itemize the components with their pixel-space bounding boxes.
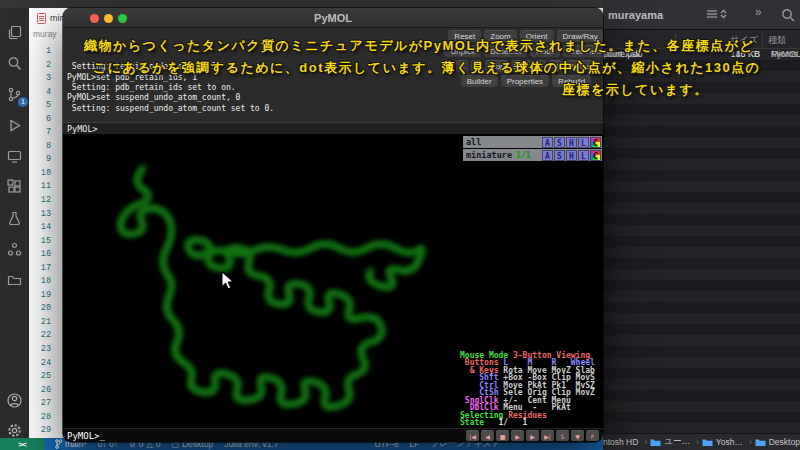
file-kind: PyMOL…	[771, 49, 800, 60]
object-action-button[interactable]: A	[542, 150, 553, 161]
movie-controls: |◀◀■▶▶▶|S▼F	[466, 430, 599, 441]
object-action-button[interactable]: H	[566, 137, 577, 148]
pymol-bottom-bar: PyMOL>_ |◀◀■▶▶▶|S▼F	[63, 428, 603, 442]
object-name: miniature	[463, 150, 512, 160]
line-number: 17	[29, 263, 55, 277]
line-number: 13	[29, 209, 55, 223]
object-actions: ASHLC	[542, 150, 602, 161]
vscode-titlebar	[0, 0, 603, 8]
folder-icon	[650, 438, 661, 447]
line-number: 3	[29, 73, 55, 87]
line-number: 8	[29, 141, 55, 155]
scm-badge: 1	[18, 97, 28, 107]
folder-icon[interactable]	[6, 272, 23, 289]
line-number: 7	[29, 127, 55, 141]
object-action-button[interactable]: C	[590, 150, 601, 161]
folder-icon	[755, 438, 766, 447]
path-separator: ›	[644, 437, 647, 447]
path-separator: ›	[749, 437, 752, 447]
line-number: 2	[29, 60, 55, 74]
remote-explorer-icon[interactable]	[6, 148, 23, 165]
movie-control-button[interactable]: ■	[496, 430, 509, 441]
finder-window-title: murayama	[608, 9, 663, 21]
list-view-icon[interactable]	[705, 7, 727, 25]
file-icon	[37, 13, 46, 24]
line-number: 28	[29, 412, 55, 426]
object-name: all	[463, 137, 481, 147]
testing-flask-icon[interactable]	[6, 210, 23, 227]
column-header-kind[interactable]: 種類	[768, 34, 786, 47]
movie-control-button[interactable]: ▶	[526, 430, 539, 441]
toolbar-more-icon[interactable]: »	[755, 5, 762, 19]
path-item-label: ユー…	[664, 436, 690, 448]
movie-control-button[interactable]: |◀	[466, 430, 479, 441]
path-item[interactable]: Desktop ›	[755, 436, 800, 448]
line-number: 21	[29, 317, 55, 331]
annotation-line-2: こにあるかを強調するために、dot表示しています。薄く見える球体の中心点が、縮小…	[93, 59, 761, 77]
movie-control-button[interactable]: ◀	[481, 430, 494, 441]
line-number: 4	[29, 87, 55, 101]
line-number: 26	[29, 385, 55, 399]
pymol-titlebar[interactable]: PyMOL	[63, 8, 603, 28]
movie-control-button[interactable]: ▶	[511, 430, 524, 441]
screen: murayama » サイズ 種類 130point.xlsx 145 KB M…	[0, 0, 800, 450]
line-number: 10	[29, 168, 55, 182]
object-action-button[interactable]: S	[554, 150, 565, 161]
folder-icon	[702, 438, 713, 447]
path-item[interactable]: Yosh… ›	[702, 436, 755, 448]
path-item[interactable]: ユー… ›	[650, 436, 702, 448]
pymol-window-title: PyMOL	[63, 12, 603, 24]
line-number: 24	[29, 358, 55, 372]
line-number: 5	[29, 100, 55, 114]
object-action-button[interactable]: C	[590, 137, 601, 148]
branch-icon	[55, 439, 62, 449]
object-action-button[interactable]: A	[542, 137, 553, 148]
mouse-cursor	[221, 271, 235, 295]
extensions-icon[interactable]	[6, 179, 23, 196]
line-number: 12	[29, 195, 55, 209]
run-debug-icon[interactable]	[6, 117, 23, 134]
object-action-button[interactable]: S	[554, 137, 565, 148]
line-number: 11	[29, 181, 55, 195]
line-number: 1	[29, 46, 55, 60]
object-action-button[interactable]: L	[578, 137, 589, 148]
settings-gear-icon[interactable]	[0, 422, 29, 439]
line-number: 22	[29, 330, 55, 344]
account-icon[interactable]	[0, 392, 29, 409]
remote-indicator[interactable]: ><	[0, 438, 44, 450]
object-action-button[interactable]: H	[566, 150, 577, 161]
line-number: 9	[29, 154, 55, 168]
mouse-panel: Mouse Mode 3-Button Viewing Buttons L M …	[460, 352, 601, 427]
log-line: Setting: pdb_retain_ids set to on.	[67, 83, 274, 93]
column-separator[interactable]	[762, 33, 763, 46]
breadcrumb[interactable]: muray	[33, 29, 57, 39]
activity-bar: 1	[0, 8, 29, 438]
object-state: 1/1	[516, 151, 530, 160]
line-number: 15	[29, 236, 55, 250]
movie-control-button[interactable]: ▶|	[541, 430, 554, 441]
movie-control-button[interactable]: F	[586, 430, 599, 441]
path-item-label: Desktop	[769, 437, 800, 447]
line-number: 20	[29, 303, 55, 317]
object-row-all[interactable]: all ASHLC	[463, 136, 602, 148]
search-icon[interactable]	[6, 55, 23, 72]
movie-control-button[interactable]: ▼	[571, 430, 584, 441]
log-line: Setting: suspend_undo_atom_count set to …	[67, 104, 274, 114]
movie-control-button[interactable]: S	[556, 430, 569, 441]
object-actions: ASHLC	[542, 137, 602, 148]
path-separator: ›	[696, 437, 699, 447]
pymol-command-prompt[interactable]: PyMOL>_	[67, 431, 105, 441]
search-icon[interactable]	[780, 7, 796, 27]
pymol-upper-prompt[interactable]: PyMOL>	[63, 122, 603, 134]
log-line: PyMOL>set suspend_undo_atom_count, 0	[67, 93, 274, 103]
line-number-gutter: 1234567891011121314151617181920212223242…	[29, 46, 55, 439]
line-number: 6	[29, 114, 55, 128]
line-number: 27	[29, 398, 55, 412]
source-control-icon[interactable]: 1	[6, 86, 23, 103]
object-row-miniature[interactable]: miniature 1/1 ASHLC	[463, 149, 602, 161]
object-action-button[interactable]: L	[578, 150, 589, 161]
share-circles-icon[interactable]	[6, 241, 23, 258]
path-item-label: Yosh…	[716, 437, 743, 447]
explorer-icon[interactable]	[6, 24, 23, 41]
annotation-line-3: 座標を示しています。	[562, 81, 709, 99]
